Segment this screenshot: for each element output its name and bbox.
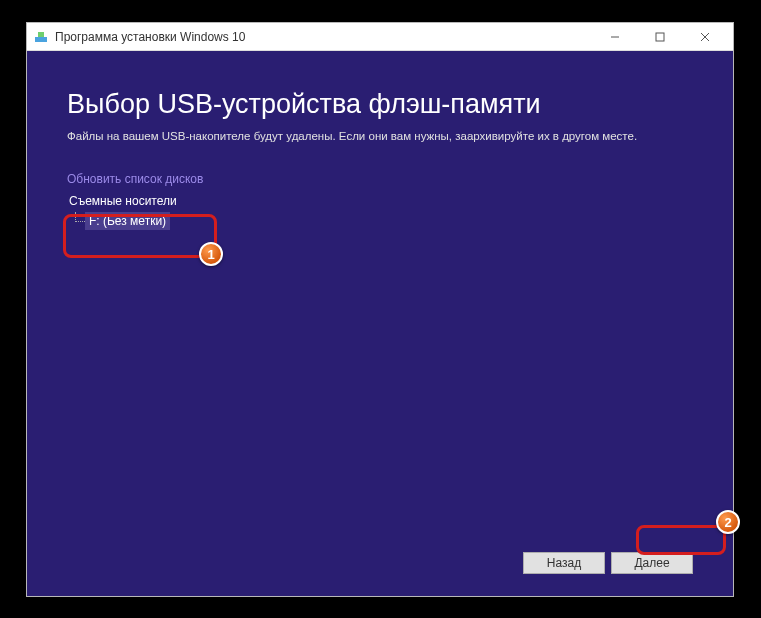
next-button[interactable]: Далее xyxy=(611,552,693,574)
close-button[interactable] xyxy=(682,24,727,50)
drive-tree: Съемные носители F: (Без метки) xyxy=(67,194,693,230)
maximize-button[interactable] xyxy=(637,24,682,50)
minimize-button[interactable] xyxy=(592,24,637,50)
drive-group-label: Съемные носители xyxy=(67,194,693,208)
drive-item[interactable]: F: (Без метки) xyxy=(85,212,170,230)
svg-rect-0 xyxy=(35,37,47,42)
window-controls xyxy=(592,24,727,50)
tree-connector-icon xyxy=(75,212,85,222)
page-heading: Выбор USB-устройства флэш-памяти xyxy=(67,89,693,120)
page-subtext: Файлы на вашем USB-накопителе будут удал… xyxy=(67,130,693,142)
titlebar: Программа установки Windows 10 xyxy=(27,23,733,51)
installer-window: Программа установки Windows 10 Выбор USB… xyxy=(26,22,734,597)
footer-buttons: Назад Далее xyxy=(523,552,693,574)
content-area: Выбор USB-устройства флэш-памяти Файлы н… xyxy=(27,51,733,596)
svg-rect-1 xyxy=(38,32,44,37)
refresh-drives-link[interactable]: Обновить список дисков xyxy=(67,172,693,186)
window-title: Программа установки Windows 10 xyxy=(55,30,245,44)
svg-rect-3 xyxy=(656,33,664,41)
app-icon xyxy=(33,29,49,45)
back-button[interactable]: Назад xyxy=(523,552,605,574)
